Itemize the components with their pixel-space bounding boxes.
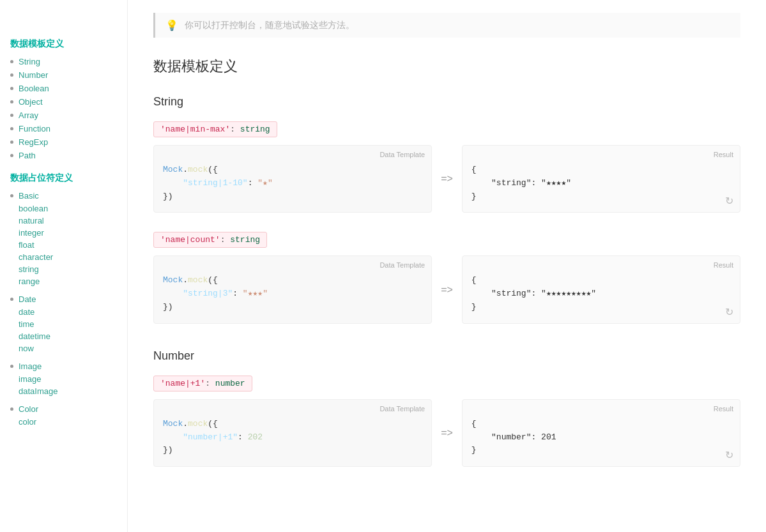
dot-icon <box>10 127 13 130</box>
badge-key-2: 'name|count' <box>160 235 220 245</box>
result-code-num1: { "number": 201 } <box>463 400 740 466</box>
sidebar-link-function[interactable]: Function <box>19 124 50 133</box>
sidebar-item-image[interactable]: Image <box>10 360 127 373</box>
sidebar-item-number[interactable]: Number <box>10 68 127 82</box>
template-panel-num1: Data Template Mock.mock({ "number|+1": 2… <box>153 399 432 467</box>
dot-icon <box>10 194 13 197</box>
result-code-1: { "string": "★★★★" } <box>463 146 740 212</box>
sidebar-section1-title: 数据模板定义 <box>10 38 127 50</box>
string-badge-1: 'name|min-max': string <box>153 121 277 137</box>
sidebar-item-function[interactable]: Function <box>10 122 127 135</box>
dot-icon <box>10 407 13 411</box>
sidebar-subitem-boolean[interactable]: boolean <box>10 202 127 215</box>
result-panel-1: Result { "string": "★★★★" } ↻ <box>462 145 740 213</box>
info-bar-text: 你可以打开控制台，随意地试验这些方法。 <box>185 20 355 31</box>
result-code-2: { "string": "★★★★★★★★★" } <box>463 256 740 323</box>
sidebar-subitem-time[interactable]: time <box>10 318 127 330</box>
sidebar-link-date[interactable]: Date <box>19 294 36 304</box>
sidebar-subitem-range[interactable]: range <box>10 275 127 287</box>
badge-key-num: 'name|+1' <box>160 379 205 388</box>
string-badge-2: 'name|count': string <box>153 232 267 248</box>
number-badge-1: 'name|+1': number <box>153 376 252 391</box>
sidebar: 数据模板定义 String Number Boolean Object Arra… <box>0 0 128 532</box>
sidebar-subitem-string[interactable]: string <box>10 263 127 275</box>
sidebar-item-array[interactable]: Array <box>10 109 127 122</box>
string-block-2: 'name|count': string Data Template Mock.… <box>153 232 740 323</box>
sidebar-link-object[interactable]: Object <box>19 97 43 107</box>
sidebar-item-path[interactable]: Path <box>10 149 127 162</box>
string-code-row-1: Data Template Mock.mock({ "string|1-10":… <box>153 145 740 213</box>
number-block-1: 'name|+1': number Data Template Mock.moc… <box>153 376 740 467</box>
template-panel-2: Data Template Mock.mock({ "string|3": "★… <box>153 255 432 323</box>
result-panel-num1: Result { "number": 201 } ↻ <box>462 399 740 467</box>
arrow-icon-num1: => <box>438 427 456 439</box>
sidebar-item-string[interactable]: String <box>10 55 127 68</box>
sidebar-subitem-image[interactable]: image <box>10 373 127 385</box>
badge-type: string <box>240 125 270 134</box>
template-label-2: Data Template <box>379 261 425 269</box>
sidebar-item-object[interactable]: Object <box>10 95 127 109</box>
sidebar-subitem-date[interactable]: date <box>10 306 127 318</box>
sidebar-item-basic[interactable]: Basic <box>10 189 127 202</box>
string-block-1: 'name|min-max': string Data Template Moc… <box>153 121 740 213</box>
sidebar-link-color[interactable]: Color <box>19 404 38 414</box>
sidebar-link-basic[interactable]: Basic <box>19 191 39 201</box>
sidebar-subitem-natural[interactable]: natural <box>10 215 127 227</box>
result-label-2: Result <box>714 261 733 269</box>
sidebar-link-regexp[interactable]: RegExp <box>19 137 48 147</box>
dot-icon <box>10 298 13 301</box>
dot-icon <box>10 60 13 63</box>
result-label-num1: Result <box>714 405 733 413</box>
dot-icon <box>10 141 13 144</box>
dot-icon <box>10 154 13 157</box>
section-number: Number 'name|+1': number Data Template M… <box>153 349 740 467</box>
refresh-icon-2[interactable]: ↻ <box>725 306 733 318</box>
sidebar-subitem-integer[interactable]: integer <box>10 227 127 239</box>
sidebar-item-boolean[interactable]: Boolean <box>10 82 127 95</box>
main-title: 数据模板定义 <box>153 57 740 76</box>
sidebar-section2-title: 数据占位符定义 <box>10 172 127 184</box>
arrow-icon-2: => <box>438 284 456 296</box>
dot-icon <box>10 114 13 117</box>
section-number-heading: Number <box>153 349 740 363</box>
refresh-icon-1[interactable]: ↻ <box>725 195 733 207</box>
sidebar-link-array[interactable]: Array <box>19 110 38 120</box>
sidebar-subitem-dataImage[interactable]: dataImage <box>10 385 127 397</box>
result-panel-2: Result { "string": "★★★★★★★★★" } ↻ <box>462 255 740 323</box>
sidebar-link-string[interactable]: String <box>19 57 40 66</box>
badge-type-num: number <box>215 379 245 388</box>
sidebar-link-number[interactable]: Number <box>19 70 48 80</box>
sidebar-subitem-now[interactable]: now <box>10 342 127 354</box>
main-content: 💡 你可以打开控制台，随意地试验这些方法。 数据模板定义 String 'nam… <box>128 0 766 532</box>
string-code-row-2: Data Template Mock.mock({ "string|3": "★… <box>153 255 740 323</box>
sidebar-item-color[interactable]: Color <box>10 402 127 416</box>
sidebar-subitem-color[interactable]: color <box>10 416 127 428</box>
badge-key: 'name|min-max' <box>160 125 230 134</box>
dot-icon <box>10 365 13 368</box>
section-string-heading: String <box>153 95 740 109</box>
sidebar-link-image[interactable]: Image <box>19 361 42 371</box>
template-label-num1: Data Template <box>379 405 425 413</box>
dot-icon <box>10 73 13 77</box>
template-label-1: Data Template <box>379 151 425 158</box>
info-bar: 💡 你可以打开控制台，随意地试验这些方法。 <box>153 13 740 38</box>
sidebar-subitem-character[interactable]: character <box>10 251 127 263</box>
dot-icon <box>10 100 13 103</box>
bulb-icon: 💡 <box>165 19 178 31</box>
sidebar-link-path[interactable]: Path <box>19 151 36 160</box>
sidebar-item-regexp[interactable]: RegExp <box>10 135 127 149</box>
number-code-row-1: Data Template Mock.mock({ "number|+1": 2… <box>153 399 740 467</box>
sidebar-link-boolean[interactable]: Boolean <box>19 84 49 93</box>
section-string: String 'name|min-max': string Data Templ… <box>153 95 740 324</box>
refresh-icon-num1[interactable]: ↻ <box>725 449 733 461</box>
result-label-1: Result <box>714 151 733 158</box>
template-panel-1: Data Template Mock.mock({ "string|1-10":… <box>153 145 432 213</box>
dot-icon <box>10 87 13 90</box>
sidebar-item-date[interactable]: Date <box>10 293 127 306</box>
arrow-icon-1: => <box>438 173 456 185</box>
badge-type-2: string <box>230 235 260 245</box>
sidebar-subitem-float[interactable]: float <box>10 239 127 251</box>
sidebar-subitem-datetime[interactable]: datetime <box>10 330 127 342</box>
